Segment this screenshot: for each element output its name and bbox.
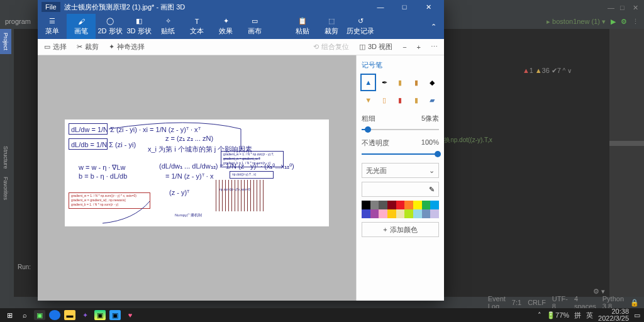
ribbon-history[interactable]: ↺历史记录 [346, 14, 375, 39]
current-color[interactable]: ✎ [362, 182, 439, 197]
color-swatch[interactable] [422, 201, 431, 209]
tool-3dview[interactable]: ◫ 3D 视图 [359, 42, 392, 52]
color-swatch[interactable] [422, 209, 431, 218]
material-select[interactable]: 无光面⌄ [362, 163, 439, 178]
ide-max-icon[interactable]: □ [620, 4, 626, 10]
explorer-icon[interactable]: ▬ [64, 310, 75, 320]
ribbon-expand-icon[interactable]: ⌃ [423, 14, 444, 39]
ribbon-stickers[interactable]: ✧贴纸 [153, 14, 182, 39]
ribbon-text[interactable]: T文本 [182, 14, 211, 39]
search-icon[interactable]: ⌕ [19, 310, 30, 320]
tool-crop[interactable]: ✂ 裁剪 [77, 42, 99, 52]
sidebar-tab-structure[interactable]: Structure [0, 142, 11, 173]
ribbon-paste[interactable]: 📋粘贴 [288, 14, 317, 39]
brush-eraser[interactable]: ▯ [377, 92, 391, 108]
edge-icon[interactable] [49, 310, 60, 320]
brush-spray[interactable]: ▮ [409, 92, 423, 108]
eyedropper-icon: ✎ [429, 186, 435, 194]
thickness-value[interactable]: 5像素 [421, 114, 439, 123]
app-icon-1[interactable]: ▣ [109, 310, 121, 320]
add-color-button[interactable]: + 添加颜色 [362, 222, 439, 237]
brush-oil[interactable]: ▮ [394, 75, 407, 90]
zoom-out-icon[interactable]: − [402, 43, 406, 51]
color-swatch[interactable] [430, 209, 439, 218]
caret-pos[interactable]: 7:1 [512, 299, 521, 306]
start-icon[interactable]: ⊞ [4, 310, 15, 320]
more-run-icon[interactable]: ⋮ [632, 18, 639, 26]
palette [362, 201, 439, 218]
minimap[interactable] [609, 29, 644, 308]
ribbon-crop[interactable]: ⬚裁剪 [317, 14, 346, 39]
brush-pencil[interactable]: ▼ [362, 92, 375, 108]
sub-toolbar: ▭ 选择 ✂ 裁剪 ✦ 神奇选择 ⟲ 组合复位 ◫ 3D 视图 − + ⋯ [38, 39, 444, 55]
paint3d-titlebar[interactable]: File 波士顿房价预测原理2 (1).jpg* - 画图 3D — □ ✕ [38, 0, 444, 14]
line-sep[interactable]: CRLF [528, 299, 546, 306]
ide-close-icon[interactable]: ✕ [633, 4, 639, 10]
sidebar-tab-project[interactable]: Project [0, 29, 11, 54]
color-swatch[interactable] [413, 201, 422, 209]
more-icon[interactable]: ⋯ [431, 43, 438, 51]
project-label: program [5, 18, 31, 25]
color-swatch[interactable] [362, 209, 370, 218]
lock-icon[interactable]: 🔒 [630, 299, 639, 307]
opacity-value[interactable]: 100% [421, 138, 439, 148]
ribbon-menu[interactable]: ☰菜单 [38, 14, 67, 39]
file-menu[interactable]: File [42, 2, 60, 12]
terminal-icon[interactable]: ▣ [34, 310, 45, 320]
ribbon-canvas[interactable]: ▭画布 [240, 14, 269, 39]
brush-marker[interactable]: ▲ [362, 75, 375, 90]
app-icon-2[interactable]: ♥ [125, 310, 136, 320]
brush-pixel[interactable]: ◆ [426, 75, 439, 90]
minimize-icon[interactable]: — [369, 0, 392, 14]
brush-watercolor[interactable]: ▮ [409, 75, 423, 90]
color-swatch[interactable] [379, 209, 387, 218]
ribbon-brushes[interactable]: 🖌画笔 [67, 14, 96, 39]
ime-indicator[interactable]: 拼 [574, 311, 581, 320]
ribbon-2d[interactable]: ◯2D 形状 [96, 14, 125, 39]
color-swatch[interactable] [404, 201, 413, 209]
brush-crayon[interactable]: ▮ [394, 92, 407, 108]
color-swatch[interactable] [370, 201, 379, 209]
inspection-summary[interactable]: ▲1 ▲36 ✔7 ^ ∨ [523, 67, 572, 75]
ribbon-3d[interactable]: ◧3D 形状 [125, 14, 153, 39]
zoom-in-icon[interactable]: + [417, 43, 421, 51]
clock[interactable]: 20:382022/3/25 [598, 308, 629, 322]
paint3d-window: File 波士顿房价预测原理2 (1).jpg* - 画图 3D — □ ✕ ☰… [38, 0, 444, 301]
color-swatch[interactable] [396, 209, 405, 218]
color-swatch[interactable] [362, 201, 370, 209]
tool-magic-select[interactable]: ✦ 神奇选择 [109, 42, 145, 52]
color-swatch[interactable] [387, 201, 396, 209]
store-icon[interactable]: ✦ [79, 310, 91, 320]
debug-icon[interactable]: ⚙ [621, 18, 627, 26]
color-swatch[interactable] [370, 209, 379, 218]
ide-min-icon[interactable]: — [608, 4, 614, 10]
tool-select[interactable]: ▭ 选择 [44, 42, 67, 52]
window-title: 波士顿房价预测原理2 (1).jpg* - 画图 3D [64, 3, 369, 12]
brush-calligraphy[interactable]: ✒ [377, 75, 391, 90]
ide-left-gutter: Project Structure Favorites [0, 29, 14, 308]
lang-indicator[interactable]: 英 [586, 311, 593, 320]
color-swatch[interactable] [379, 201, 387, 209]
ribbon-effects[interactable]: ✦效果 [211, 14, 240, 39]
notifications-icon[interactable]: ▭ [634, 311, 640, 319]
color-swatch[interactable] [413, 209, 422, 218]
tray-expand-icon[interactable]: ˄ [538, 311, 541, 319]
run-icon[interactable]: ▶ [611, 18, 616, 26]
run-config[interactable]: ▸ boston1new (1) ▾ [547, 18, 606, 26]
thickness-slider[interactable] [362, 125, 439, 135]
pycharm-icon[interactable]: ▣ [94, 310, 106, 320]
color-swatch[interactable] [430, 201, 439, 209]
maximize-icon[interactable]: □ [392, 0, 416, 14]
brush-fill[interactable]: ▰ [426, 92, 439, 108]
canvas-area[interactable]: dL/dw = 1/N Σ (zi - yi) · xi = 1/N (z - … [38, 55, 356, 301]
opacity-slider[interactable] [362, 149, 439, 159]
color-swatch[interactable] [396, 201, 405, 209]
color-swatch[interactable] [404, 209, 413, 218]
battery-icon[interactable]: 🔋77% [547, 311, 569, 319]
document-image: dL/dw = 1/N Σ (zi - yi) · xi = 1/N (z - … [65, 119, 329, 226]
run-panel-label[interactable]: Run: [18, 264, 31, 270]
sidebar-tab-favorites[interactable]: Favorites [0, 173, 11, 204]
taskbar[interactable]: ⊞ ⌕ ▣ ▬ ✦ ▣ ▣ ♥ ˄ 🔋77% 拼 英 20:382022/3/2… [0, 308, 644, 322]
close-icon[interactable]: ✕ [416, 0, 440, 14]
color-swatch[interactable] [387, 209, 396, 218]
